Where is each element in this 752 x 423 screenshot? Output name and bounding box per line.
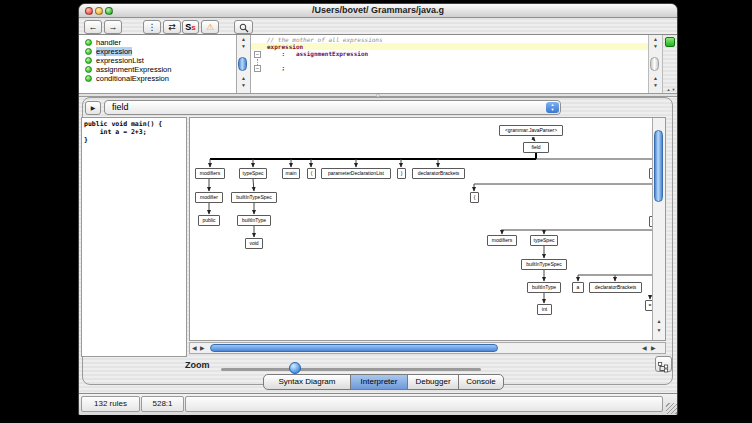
scroll-down-icon[interactable]: ▼ <box>237 82 250 88</box>
rule-label: handler <box>96 38 121 47</box>
goto-icon: ⇄ <box>168 22 176 32</box>
tab-interpreter[interactable]: Interpreter <box>350 374 408 390</box>
scroll-down-icon[interactable]: ▼ <box>649 43 662 49</box>
tab-console[interactable]: Console <box>458 374 504 390</box>
scroll-up-icon[interactable]: ▲ <box>649 36 662 42</box>
status-bar: 132 rules 528:1 <box>79 393 677 415</box>
search-icon <box>239 23 249 33</box>
tree-horizontal-scrollbar[interactable]: ◀ ▶ ◀ ▶ <box>189 342 666 354</box>
scroll-up-icon[interactable]: ▲ <box>237 75 250 81</box>
sort-rules-button[interactable]: ⋮ <box>143 20 161 34</box>
rule-item-expressionlist[interactable]: expressionList <box>79 56 236 65</box>
code-line: ; <box>267 64 285 71</box>
fold-toggle-icon[interactable]: − <box>254 51 261 58</box>
editor-scrollbar[interactable]: ▲ ▼ ▲ ▼ <box>649 35 663 93</box>
caret-position-status: 528:1 <box>141 396 184 412</box>
tree-node[interactable]: main <box>282 168 300 179</box>
tree-node[interactable]: typeSpec <box>530 235 558 246</box>
tree-node[interactable]: typeSpec <box>239 168 267 179</box>
back-button[interactable]: ← <box>84 20 102 34</box>
scrollbar-thumb[interactable] <box>650 57 659 71</box>
scroll-down-icon[interactable]: ▼ <box>653 327 665 333</box>
forward-icon: → <box>109 22 118 32</box>
tree-node[interactable]: { <box>470 192 479 203</box>
zoom-slider-track[interactable] <box>221 368 481 371</box>
scrollbar-thumb[interactable] <box>654 130 663 202</box>
rule-item-assignmentexpression[interactable]: assignmentExpression <box>79 65 236 74</box>
message-status <box>185 396 663 412</box>
scrollbar-thumb[interactable] <box>210 344 498 352</box>
combobox-stepper-icon[interactable]: ▲▼ <box>546 102 559 113</box>
scrollbar-thumb[interactable] <box>238 57 247 71</box>
run-interpreter-button[interactable]: ▶ <box>85 101 101 115</box>
tree-node[interactable]: builtInType <box>237 215 271 226</box>
rule-status-icon <box>85 66 92 73</box>
tree-node[interactable]: declaratorBrackets <box>412 168 465 179</box>
forward-button[interactable]: → <box>104 20 122 34</box>
grammar-editor[interactable]: // the mother of all expressions express… <box>251 35 649 93</box>
scroll-left-icon[interactable]: ◀ <box>642 343 647 353</box>
syntax-coloring-button[interactable]: Ss <box>182 20 199 34</box>
code-line: expression <box>267 43 303 50</box>
zoom-slider-thumb[interactable] <box>289 362 301 374</box>
rule-status-icon <box>85 75 92 82</box>
tree-node[interactable]: builtInTypeSpec <box>521 259 567 270</box>
rule-item-handler[interactable]: handler <box>79 38 236 47</box>
find-button[interactable] <box>234 20 253 34</box>
play-icon: ▶ <box>91 105 96 111</box>
tree-edges <box>190 118 666 341</box>
tree-node[interactable]: int <box>537 304 552 315</box>
tree-node[interactable]: modifiers <box>487 235 517 246</box>
rules-scrollbar[interactable]: ▲ ▼ ▲ ▼ <box>237 35 251 93</box>
hierarchy-icon <box>658 362 669 373</box>
split-arrows-icon[interactable]: ▲ ▼ <box>664 88 678 92</box>
scroll-down-icon[interactable]: ▼ <box>237 43 250 49</box>
sort-icon: ⋮ <box>148 22 157 32</box>
tree-node[interactable]: modifier <box>195 192 223 203</box>
tree-node[interactable]: <grammar.JavaParser> <box>499 125 563 136</box>
rule-status-icon <box>85 39 92 46</box>
check-grammar-button[interactable]: ⚠ <box>201 20 219 34</box>
grammar-status-column: ▲ ▼ <box>664 35 678 93</box>
scroll-right-icon[interactable]: ▶ <box>651 343 656 353</box>
tree-node[interactable]: declaratorBrackets <box>589 282 642 293</box>
interpreter-input-editor[interactable]: public void main() { int a = 2+3; } <box>81 117 187 357</box>
tab-syntax-diagram[interactable]: Syntax Diagram <box>263 374 351 390</box>
tree-node[interactable]: builtInType <box>527 282 561 293</box>
resize-grip[interactable] <box>666 403 677 414</box>
rules-list: handler expression expressionList assign… <box>79 35 237 93</box>
title-bar[interactable]: /Users/bovet/ Grammars/java.g <box>79 4 677 18</box>
tree-node[interactable]: public <box>198 215 220 226</box>
tree-node[interactable]: builtInTypeSpec <box>231 192 277 203</box>
tree-node[interactable]: parameterDeclarationList <box>321 168 391 179</box>
scroll-right-icon[interactable]: ▶ <box>200 343 205 353</box>
scroll-up-icon[interactable]: ▲ <box>649 75 662 81</box>
scroll-up-icon[interactable]: ▲ <box>237 36 250 42</box>
rule-item-conditionalexpression[interactable]: conditionalExpression <box>79 74 236 83</box>
fold-toggle-icon[interactable]: − <box>254 65 261 72</box>
tree-node[interactable]: a <box>572 282 584 293</box>
rule-label: assignmentExpression <box>96 65 171 74</box>
tree-node[interactable]: void <box>245 238 263 249</box>
start-rule-value: field <box>112 102 129 112</box>
rule-status-icon <box>85 57 92 64</box>
goto-rule-button[interactable]: ⇄ <box>163 20 181 34</box>
code-line: // the mother of all expressions <box>267 36 383 43</box>
tree-node[interactable]: field <box>523 142 549 153</box>
tab-debugger[interactable]: Debugger <box>407 374 459 390</box>
rule-label: conditionalExpression <box>96 74 169 83</box>
rule-label: expressionList <box>96 56 144 65</box>
tree-view-toggle-button[interactable] <box>655 356 672 372</box>
grammar-ok-indicator <box>665 37 675 47</box>
tree-node[interactable]: ) <box>397 168 406 179</box>
scroll-down-icon[interactable]: ▼ <box>649 82 662 88</box>
rule-item-expression[interactable]: expression <box>79 47 236 56</box>
tree-node[interactable]: modifiers <box>195 168 225 179</box>
tree-node[interactable]: ( <box>307 168 316 179</box>
scroll-up-icon[interactable]: ▲ <box>653 318 665 324</box>
scroll-left-icon[interactable]: ◀ <box>192 343 197 353</box>
window-title: /Users/bovet/ Grammars/java.g <box>79 5 677 15</box>
app-window: /Users/bovet/ Grammars/java.g ← → ⋮ ⇄ Ss… <box>78 3 678 415</box>
tree-vertical-scrollbar[interactable]: ▲ ▼ <box>652 118 665 341</box>
start-rule-combobox[interactable]: field ▲▼ <box>104 100 561 115</box>
